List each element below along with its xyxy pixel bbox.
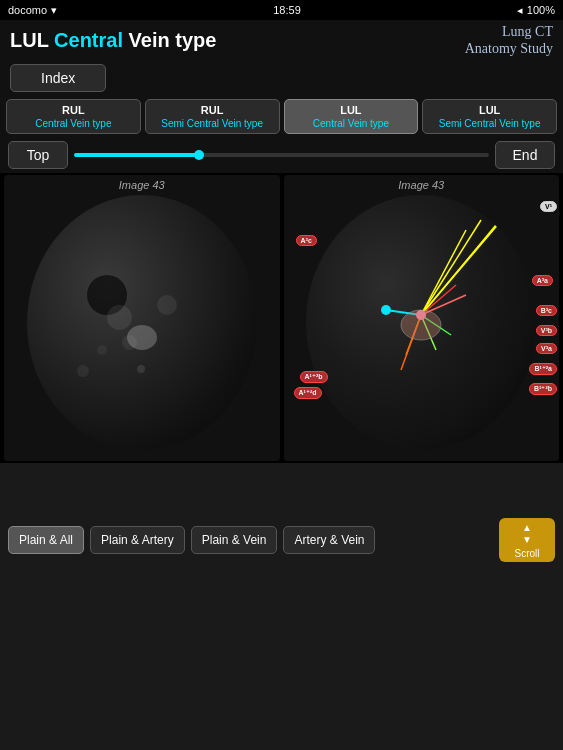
title-highlight: Central	[54, 29, 123, 51]
end-button[interactable]: End	[495, 141, 555, 169]
time: 18:59	[273, 4, 301, 16]
tab-lul-central-sub: Central Vein type	[287, 117, 416, 130]
svg-line-2	[421, 220, 481, 315]
tab-rul-semi-sub: Semi Central Vein type	[148, 117, 277, 130]
mode-plain-vein[interactable]: Plain & Vein	[191, 526, 278, 554]
status-left: docomo ▾	[8, 4, 57, 17]
location-icon: ◂	[517, 4, 523, 17]
mode-plain-artery[interactable]: Plain & Artery	[90, 526, 185, 554]
wifi-icon: ▾	[51, 4, 57, 17]
nav-row: Top End	[0, 137, 563, 173]
button-row: Plain & All Plain & Artery Plain & Vein …	[0, 510, 563, 570]
label-v3a: V³a	[536, 343, 557, 354]
tab-lul-semi[interactable]: LUL Semi Central Vein type	[422, 99, 557, 134]
ct-panel-annotated: Image 43	[284, 175, 560, 461]
tab-rul-semi-top: RUL	[148, 103, 277, 117]
tab-row: RUL Central Vein type RUL Semi Central V…	[0, 96, 563, 137]
title-prefix: LUL	[10, 29, 54, 51]
index-row: Index	[0, 60, 563, 96]
label-b12b: B¹⁺²b	[529, 383, 557, 395]
tab-lul-central-top: LUL	[287, 103, 416, 117]
index-button[interactable]: Index	[10, 64, 106, 92]
image-area: Image 43 Image 43	[0, 173, 563, 463]
mode-artery-vein[interactable]: Artery & Vein	[283, 526, 375, 554]
image-label-right: Image 43	[398, 179, 444, 191]
page-title: LUL Central Vein type	[10, 29, 216, 52]
mode-plain-all[interactable]: Plain & All	[8, 526, 84, 554]
battery: 100%	[527, 4, 555, 16]
scroll-arrows-icon: ▲▼	[522, 522, 532, 546]
app-logo: Lung CT Anatomy Study	[465, 24, 553, 58]
tab-lul-semi-sub: Semi Central Vein type	[425, 117, 554, 130]
svg-line-3	[421, 230, 466, 315]
label-b3c: B³c	[536, 305, 557, 316]
label-a12b: A¹⁺²b	[300, 371, 328, 383]
tab-rul-central[interactable]: RUL Central Vein type	[6, 99, 141, 134]
scroll-button[interactable]: ▲▼ Scroll	[499, 518, 555, 562]
label-v1: V¹	[540, 201, 557, 212]
scroll-label: Scroll	[514, 548, 539, 559]
label-v3b: V³b	[536, 325, 557, 336]
label-a3c: A³c	[296, 235, 317, 246]
svg-line-1	[421, 225, 496, 315]
label-a3a: A³a	[532, 275, 553, 286]
ct-image-plain	[27, 195, 257, 450]
image-slider[interactable]	[74, 153, 489, 157]
ct-image-annotated	[306, 195, 536, 450]
label-b12a: B¹⁺²a	[529, 363, 557, 375]
image-label-left: Image 43	[119, 179, 165, 191]
svg-point-5	[381, 305, 391, 315]
slider-thumb	[194, 150, 204, 160]
ct-panel-plain: Image 43	[4, 175, 280, 461]
label-a12d: A¹⁺²d	[294, 387, 322, 399]
tab-rul-central-sub: Central Vein type	[9, 117, 138, 130]
svg-point-13	[401, 310, 441, 340]
annotation-svg	[306, 195, 536, 450]
title-bar: LUL Central Vein type Lung CT Anatomy St…	[0, 20, 563, 60]
title-suffix: Vein type	[123, 29, 216, 51]
tab-lul-central[interactable]: LUL Central Vein type	[284, 99, 419, 134]
tab-rul-central-top: RUL	[9, 103, 138, 117]
carrier: docomo	[8, 4, 47, 16]
tab-rul-semi[interactable]: RUL Semi Central Vein type	[145, 99, 280, 134]
top-button[interactable]: Top	[8, 141, 68, 169]
tab-lul-semi-top: LUL	[425, 103, 554, 117]
status-right: ◂ 100%	[517, 4, 555, 17]
status-bar: docomo ▾ 18:59 ◂ 100%	[0, 0, 563, 20]
